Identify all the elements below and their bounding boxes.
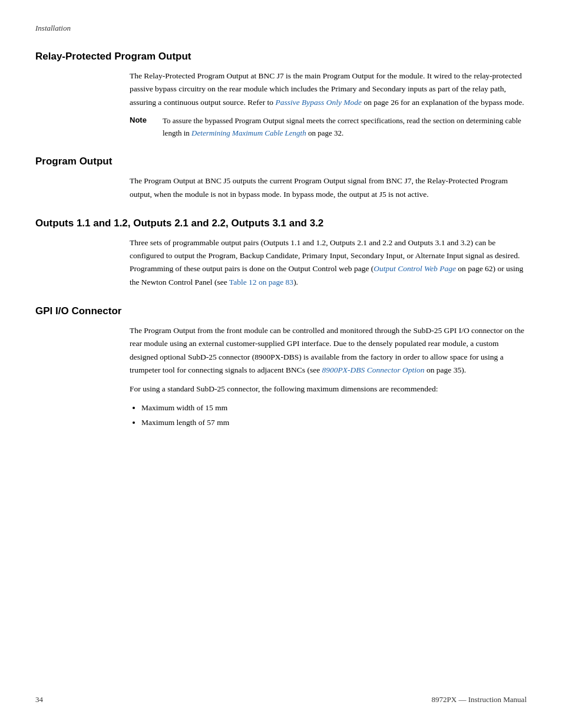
determining-cable-link[interactable]: Determining Maximum Cable Length <box>191 129 306 137</box>
gpi-para1: The Program Output from the front module… <box>130 324 527 377</box>
section-heading-outputs: Outputs 1.1 and 1.2, Outputs 2.1 and 2.2… <box>35 218 527 229</box>
page-footer: 34 8972PX — Instruction Manual <box>35 695 527 704</box>
header-text: Installation <box>35 24 71 32</box>
gpi-bullet-list: Maximum width of 15 mm Maximum length of… <box>141 401 527 430</box>
table12-link[interactable]: Table 12 on page 83 <box>229 278 293 286</box>
section-body-gpi: The Program Output from the front module… <box>130 324 527 430</box>
footer-page-number: 34 <box>35 695 43 704</box>
gpi-para2: For using a standard SubD-25 connector, … <box>130 383 527 396</box>
output-control-link[interactable]: Output Control Web Page <box>373 264 456 273</box>
program-para1: The Program Output at BNC J5 outputs the… <box>130 174 527 201</box>
footer-manual-name: 8972PX — Instruction Manual <box>432 695 527 704</box>
content-area: Relay-Protected Program Output The Relay… <box>35 51 527 430</box>
passive-bypass-link[interactable]: Passive Bypass Only Mode <box>275 98 362 107</box>
section-body-program: The Program Output at BNC J5 outputs the… <box>130 174 527 201</box>
section-body-relay: The Relay-Protected Program Output at BN… <box>130 70 527 139</box>
section-heading-program: Program Output <box>35 156 527 167</box>
relay-para1: The Relay-Protected Program Output at BN… <box>130 70 527 109</box>
bullet-width: Maximum width of 15 mm <box>141 401 527 415</box>
section-program-output: Program Output The Program Output at BNC… <box>35 156 527 201</box>
outputs-para1: Three sets of programmable output pairs … <box>130 236 527 289</box>
section-gpi: GPI I/O Connector The Program Output fro… <box>35 305 527 430</box>
section-body-outputs: Three sets of programmable output pairs … <box>130 236 527 289</box>
section-heading-gpi: GPI I/O Connector <box>35 305 527 317</box>
note-text: To assure the bypassed Program Output si… <box>163 115 527 140</box>
8900px-dbs-link[interactable]: 8900PX-DBS Connector Option <box>322 365 425 374</box>
note-label: Note <box>130 115 153 140</box>
section-relay-protected: Relay-Protected Program Output The Relay… <box>35 51 527 139</box>
bullet-length: Maximum length of 57 mm <box>141 416 527 430</box>
page: Installation Relay-Protected Program Out… <box>0 0 562 728</box>
page-header: Installation <box>35 24 527 33</box>
section-outputs: Outputs 1.1 and 1.2, Outputs 2.1 and 2.2… <box>35 218 527 289</box>
section-heading-relay: Relay-Protected Program Output <box>35 51 527 62</box>
note-block: Note To assure the bypassed Program Outp… <box>130 115 527 140</box>
